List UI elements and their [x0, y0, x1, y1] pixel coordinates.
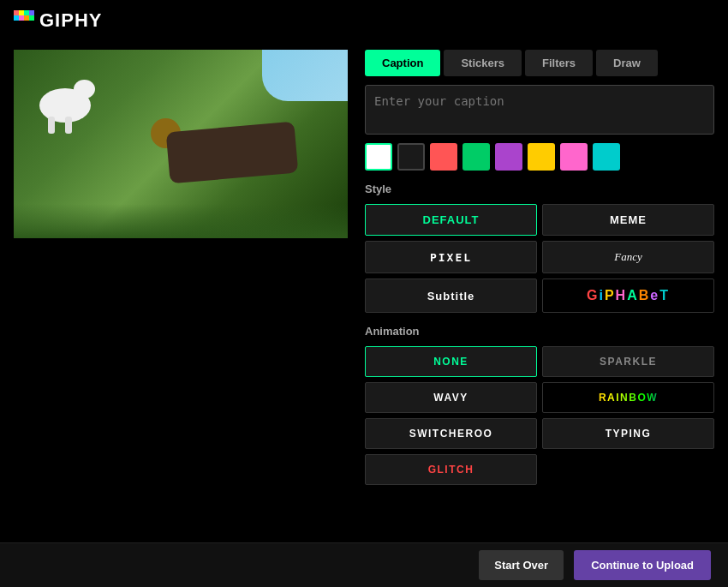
giphy-logo: GIPHY: [14, 9, 102, 32]
svg-rect-3: [29, 10, 34, 15]
color-swatch-yellow[interactable]: [528, 143, 555, 171]
right-panel: Caption Stickers Filters Draw Style DEFA…: [365, 50, 714, 534]
color-swatch-purple[interactable]: [495, 143, 522, 171]
anim-btn-rainbow[interactable]: RAINBOW: [542, 382, 714, 413]
person-body: [166, 122, 299, 184]
header: GIPHY: [0, 0, 728, 41]
giphabet-text: GiPHABeT: [587, 288, 670, 302]
svg-rect-5: [19, 15, 24, 21]
tab-filters[interactable]: Filters: [525, 50, 593, 76]
anim-btn-glitch[interactable]: GLITCH: [365, 454, 537, 485]
style-label: Style: [365, 183, 714, 195]
style-btn-default[interactable]: DEFAULT: [365, 204, 537, 236]
color-swatch-pink[interactable]: [560, 143, 588, 171]
style-btn-meme[interactable]: MEME: [542, 204, 714, 236]
lamb-head: [74, 80, 95, 99]
animation-label: Animation: [365, 325, 714, 338]
svg-rect-6: [24, 15, 29, 21]
lamb-figure: [31, 75, 99, 127]
start-over-button[interactable]: Start Over: [479, 550, 564, 580]
logo-text: GIPHY: [39, 9, 102, 32]
footer: Start Over Continue to Upload: [0, 542, 728, 587]
tab-stickers[interactable]: Stickers: [444, 50, 522, 76]
tabs: Caption Stickers Filters Draw: [365, 50, 714, 76]
anim-btn-switcheroo[interactable]: SWITCHEROO: [365, 418, 537, 449]
tab-draw[interactable]: Draw: [596, 50, 658, 76]
style-btn-giphabet[interactable]: GiPHABeT: [542, 279, 714, 313]
color-swatch-red[interactable]: [430, 143, 457, 171]
style-grid: DEFAULT MEME PIXEL Fancy Subtitle GiPHAB…: [365, 204, 714, 313]
animation-grid: NONE SPARKLE WAVY RAINBOW SWITCHEROO TYP…: [365, 346, 714, 485]
main-content: Caption Stickers Filters Draw Style DEFA…: [0, 41, 728, 542]
giphy-logo-icon: [14, 10, 34, 31]
lamb-leg1: [48, 117, 55, 134]
tab-caption[interactable]: Caption: [365, 50, 440, 76]
svg-rect-1: [19, 10, 24, 15]
anim-btn-typing[interactable]: TYPING: [542, 418, 714, 449]
color-swatches: [365, 143, 714, 171]
style-btn-fancy[interactable]: Fancy: [542, 241, 714, 273]
svg-rect-7: [29, 15, 34, 21]
style-btn-subtitle[interactable]: Subtitle: [365, 279, 537, 313]
svg-rect-4: [14, 15, 19, 21]
color-swatch-teal[interactable]: [593, 143, 620, 171]
style-btn-pixel[interactable]: PIXEL: [365, 241, 537, 273]
person-figure: [151, 101, 322, 204]
caption-input[interactable]: [365, 85, 714, 135]
continue-button[interactable]: Continue to Upload: [574, 550, 711, 580]
svg-rect-2: [24, 10, 29, 15]
color-swatch-white[interactable]: [365, 143, 392, 171]
preview-area: [14, 50, 348, 238]
grass-overlay: [14, 204, 348, 238]
preview-image: [14, 50, 348, 238]
color-swatch-black[interactable]: [397, 143, 425, 171]
anim-btn-wavy[interactable]: WAVY: [365, 382, 537, 413]
color-swatch-green[interactable]: [462, 143, 490, 171]
anim-btn-sparkle[interactable]: SPARKLE: [542, 346, 714, 377]
lamb-leg2: [65, 117, 72, 134]
sky-area: [262, 50, 348, 101]
anim-btn-none[interactable]: NONE: [365, 346, 537, 377]
svg-rect-0: [14, 10, 19, 15]
